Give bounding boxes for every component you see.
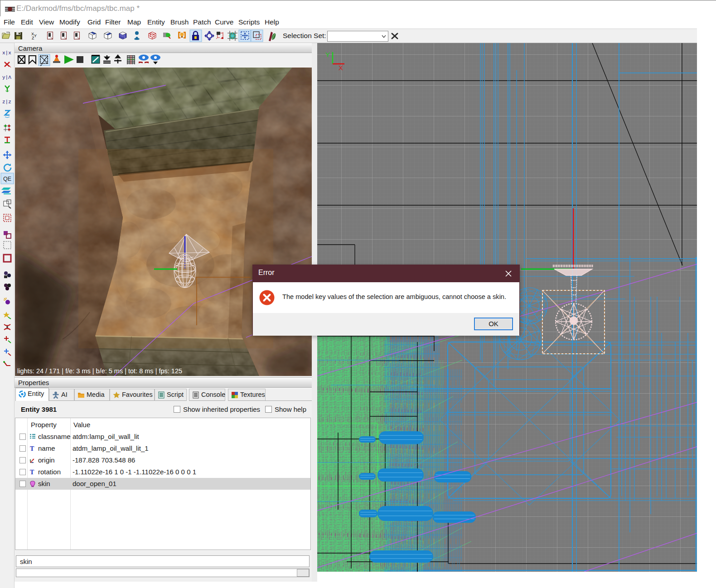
svg-text:Selection Set:: Selection Set: xyxy=(283,32,326,39)
svg-text:z|z: z|z xyxy=(2,99,11,105)
svg-text:y|Λ: y|Λ xyxy=(2,75,11,80)
svg-text:Z: Z xyxy=(32,36,34,40)
svg-text:lights: 24 / 171 | f/e: 3 ms |: lights: 24 / 171 | f/e: 3 ms | b/e: 5 ms… xyxy=(17,367,182,375)
svg-text:T: T xyxy=(30,445,34,452)
svg-text:X: X xyxy=(339,64,343,72)
svg-text:x|x: x|x xyxy=(2,50,11,56)
svg-text:T: T xyxy=(30,469,34,476)
svg-text:Y: Y xyxy=(325,51,330,58)
svg-text:QE: QE xyxy=(3,176,11,182)
